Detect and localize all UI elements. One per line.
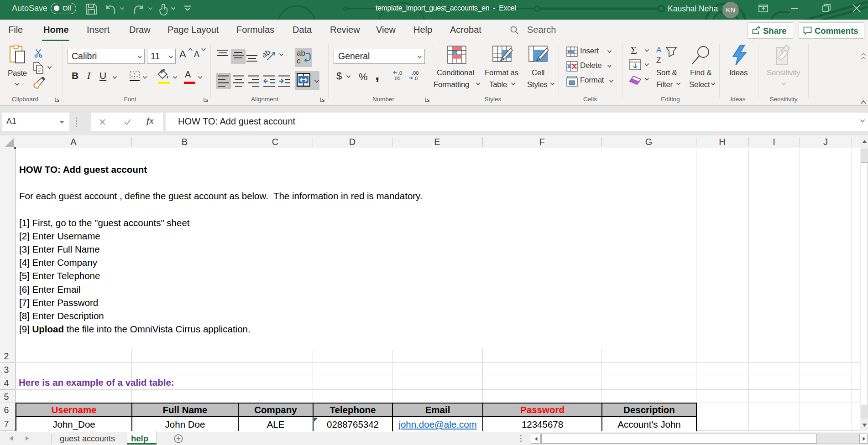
svg-text:A: A xyxy=(656,46,662,54)
svg-text:ab: ab xyxy=(263,48,272,60)
svg-text:.0: .0 xyxy=(398,70,402,76)
svg-text:.0: .0 xyxy=(413,76,418,81)
svg-text:c: c xyxy=(297,57,301,65)
svg-text:.00: .00 xyxy=(412,70,418,76)
svg-text:Z: Z xyxy=(656,56,661,65)
svg-text:.00: .00 xyxy=(393,76,400,81)
